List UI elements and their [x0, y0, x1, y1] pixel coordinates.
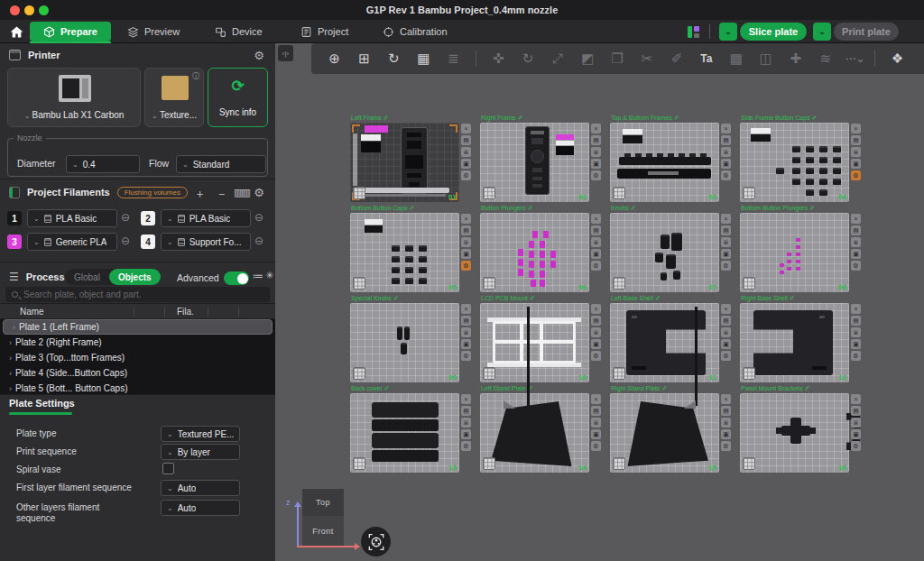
plate-name-label[interactable]: Left Stand Plate ✐ — [481, 385, 533, 392]
plate-type-icon[interactable] — [483, 367, 495, 380]
plate-name-label[interactable]: Left Frame ✐ — [351, 115, 389, 122]
plate-name-label[interactable]: Bottom Button Plungers ✐ — [741, 205, 815, 212]
assembly-icon[interactable]: ❖ — [887, 51, 908, 67]
other-layers-filament-sequence-select[interactable]: ⌄Auto — [161, 500, 240, 516]
plate-action-icon[interactable]: ≣ — [721, 418, 731, 428]
ams-icon[interactable]: ▥▥ — [234, 187, 249, 198]
plate-action-icon[interactable]: ⚙ — [851, 441, 861, 451]
plate-action-icon[interactable]: ▤ — [851, 316, 861, 326]
filament-2-remove-icon[interactable]: ⊖ — [254, 211, 263, 224]
column-name[interactable]: Name — [20, 307, 44, 317]
tab-project[interactable]: Project — [300, 20, 348, 43]
plate-action-icon[interactable]: ≣ — [461, 237, 471, 247]
plate-thumbnail[interactable]: Right Stand Plate ✐×▤≣▣⚙15 — [610, 393, 719, 473]
plate-name-label[interactable]: Knobs ✐ — [611, 205, 636, 212]
plate-action-icon[interactable]: × — [461, 304, 471, 314]
plate-name-label[interactable]: Side Frame Button Caps ✐ — [741, 115, 817, 122]
more-icon[interactable]: ⋯⌄ — [845, 52, 865, 65]
filament-2-swatch[interactable]: 2 — [141, 211, 155, 225]
search-input[interactable]: Search plate, object and part. — [5, 287, 270, 302]
plate-type-icon[interactable] — [353, 187, 365, 199]
add-filament-icon[interactable]: ＋ — [194, 186, 206, 202]
sidebar-collapse-button[interactable]: ‹|› — [278, 45, 293, 61]
plate-action-icon[interactable]: ▣ — [851, 429, 861, 439]
plate-action-icon[interactable]: × — [591, 124, 601, 133]
plate-action-icon[interactable]: ▤ — [591, 316, 601, 326]
slice-plate-button[interactable]: Slice plate — [740, 23, 807, 41]
plate-thumbnail[interactable]: Left Frame ✐×▤≣▣⚙01 — [350, 123, 459, 202]
plate-action-icon[interactable]: × — [851, 394, 861, 404]
plate-action-icon[interactable]: ▣ — [461, 249, 471, 259]
plate-thumbnail[interactable]: Top & Bottom Frames ✐×▤≣▣⚙03 — [610, 123, 719, 202]
plate-action-icon[interactable]: ▤ — [721, 316, 731, 326]
plate-action-icon[interactable]: ≣ — [461, 418, 471, 428]
filament-3-remove-icon[interactable]: ⊖ — [121, 235, 130, 247]
plate-action-icon[interactable]: ▣ — [721, 429, 731, 439]
plate-action-icon[interactable]: ▣ — [461, 159, 471, 169]
filament-4-swatch[interactable]: 4 — [141, 235, 155, 249]
plate-thumbnail[interactable]: Side Frame Button Caps ✐×▤≣▣⚙04 — [740, 123, 849, 202]
print-plate-button[interactable]: Print plate — [834, 23, 899, 41]
plate-action-icon[interactable]: ▣ — [591, 249, 601, 259]
auto-orient-icon[interactable]: ↻ — [383, 51, 404, 67]
filament-settings-gear-icon[interactable]: ⚙ — [254, 186, 264, 199]
plate-type-icon[interactable] — [483, 187, 495, 199]
split-view-icon[interactable]: ≣ — [443, 51, 464, 67]
plate-action-icon[interactable]: ⚙ — [461, 441, 471, 451]
cube-face-top[interactable]: Top — [302, 489, 344, 516]
plate-action-icon[interactable]: ▣ — [721, 159, 731, 169]
plate-type-icon[interactable] — [353, 277, 365, 290]
customize-icon[interactable]: ✳ — [265, 270, 273, 281]
plate-thumbnail[interactable]: Panel Mount Brackets ✐×▤≣▣⚙16 — [740, 393, 849, 473]
slice-options-chevron[interactable]: ⌄ — [719, 23, 737, 41]
diameter-select[interactable]: ⌄0.4 — [66, 155, 140, 173]
plate-action-icon[interactable]: ⚙ — [721, 351, 731, 361]
plate-action-icon[interactable]: ▤ — [591, 135, 601, 145]
filament-3-swatch[interactable]: 3 — [7, 235, 22, 249]
plate-action-icon[interactable]: ≣ — [851, 327, 861, 337]
text-icon[interactable]: Ta — [696, 52, 716, 65]
plate-thumbnail[interactable]: Knobs ✐×▤≣▣⚙07 — [610, 213, 719, 292]
plate-action-icon[interactable]: ≣ — [721, 237, 731, 247]
plate-action-icon[interactable]: ▣ — [721, 339, 731, 349]
plate-action-icon[interactable]: ▣ — [591, 159, 601, 169]
plate-name-label[interactable]: Right Frame ✐ — [481, 115, 522, 122]
plate-thumbnail[interactable]: LCD PCB Mount ✐×▤≣▣⚙10 — [480, 303, 589, 382]
orientation-cube[interactable]: Top Front — [302, 489, 344, 547]
filament-2-select[interactable]: ⌄PLA Basic — [161, 209, 251, 227]
plate-action-icon[interactable]: ▣ — [721, 249, 731, 259]
plate-action-icon[interactable]: ▤ — [461, 406, 471, 416]
plate-name-label[interactable]: Bottom Button Caps ✐ — [351, 205, 414, 212]
move-icon[interactable]: ✜ — [488, 51, 509, 67]
plate-action-icon[interactable]: ▣ — [591, 429, 601, 439]
plate-action-icon[interactable]: × — [591, 214, 601, 224]
plate-action-icon[interactable]: ▤ — [851, 135, 861, 145]
plate-action-icon[interactable]: ⚙ — [591, 351, 601, 361]
paint-icon[interactable]: ✐ — [666, 51, 687, 67]
filament-4-remove-icon[interactable]: ⊖ — [254, 235, 263, 247]
plate-info-icon[interactable]: ⓘ — [192, 71, 199, 81]
plate-action-icon[interactable]: ⚙ — [591, 170, 601, 180]
plate-action-icon[interactable]: ▣ — [851, 249, 861, 259]
plate-thumbnail[interactable]: Button Plungers ✐×▤≣▣⚙06 — [480, 213, 589, 292]
plate-action-icon[interactable]: ▣ — [461, 339, 471, 349]
workspace-switch-icon[interactable] — [688, 26, 699, 38]
plate-name-label[interactable]: Special Knobs ✐ — [351, 295, 399, 302]
plate-action-icon[interactable]: ▤ — [851, 225, 861, 235]
tab-calibration[interactable]: Calibration — [383, 20, 448, 43]
home-button[interactable] — [5, 20, 27, 43]
plate-thumbnail[interactable]: Right Base Shell ✐×▤≣▣⚙12 — [740, 303, 849, 382]
filament-1-select[interactable]: ⌄PLA Basic — [27, 209, 117, 227]
plate-action-icon[interactable]: ▤ — [461, 316, 471, 326]
plate-action-icon[interactable]: ≣ — [721, 327, 731, 337]
plate-action-icon[interactable]: ▤ — [591, 406, 601, 416]
plate-type-icon[interactable] — [743, 367, 755, 380]
filament-1-swatch[interactable]: 1 — [7, 211, 22, 225]
plate-action-icon[interactable]: × — [721, 214, 731, 224]
plate-action-icon[interactable]: ≣ — [721, 147, 731, 157]
plate-action-icon[interactable]: ▤ — [721, 406, 731, 416]
plate-action-icon[interactable]: × — [851, 304, 861, 314]
plate-type-select[interactable]: ⌄Textured PE... — [161, 426, 240, 442]
plate-list-row[interactable]: ›Plate 1 (Left Frame) — [3, 319, 273, 335]
plate-action-icon[interactable]: ⚙ — [591, 441, 601, 451]
